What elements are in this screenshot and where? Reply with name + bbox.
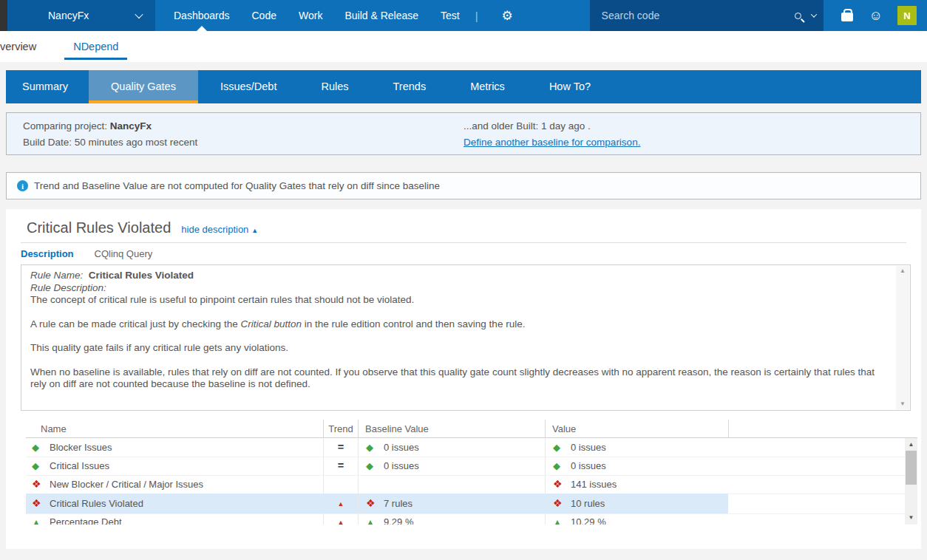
nav-item-build-release[interactable]: Build & Release [333, 0, 429, 31]
top-nav-items: Dashboards Code Work Build & Release Tes… [163, 0, 471, 31]
scroll-up-icon[interactable]: ▲ [900, 268, 906, 274]
info-message-bar: i Trend and Baseline Value are not compu… [6, 172, 921, 199]
text-segment: in the rule edition control and then sav… [302, 318, 525, 329]
tab-how-to[interactable]: How To? [527, 70, 613, 103]
tab-issues-debt[interactable]: Issues/Debt [198, 70, 299, 103]
collapse-triangle-icon: ▲ [251, 227, 258, 234]
nav-item-test[interactable]: Test [429, 0, 471, 31]
gate-value: 10 rules [571, 494, 605, 513]
column-header-trend: Trend [323, 420, 358, 438]
trend-icon [338, 516, 344, 525]
info-icon: i [17, 180, 28, 191]
search-input[interactable] [602, 10, 795, 21]
tab-trends[interactable]: Trends [371, 70, 449, 103]
gate-title-row: Critical Rules Violated hide description… [6, 209, 921, 236]
gate-status-icon [32, 438, 50, 457]
tab-label: Issues/Debt [220, 81, 277, 92]
nav-item-label: Build & Release [344, 10, 418, 21]
older-build-line: ...and older Built: 1 day ago . [464, 120, 640, 132]
table-row[interactable]: Percentage Debt 9.29 % 10.29 % [26, 512, 917, 525]
search-box[interactable] [590, 0, 824, 31]
nav-item-label: Test [441, 10, 460, 21]
project-name: NancyFx [48, 10, 136, 21]
tab-cqlinq-query[interactable]: CQlinq Query [95, 248, 153, 259]
trend-icon [338, 442, 344, 453]
corner-strip [0, 0, 7, 31]
tab-label: Metrics [470, 81, 505, 92]
scroll-down-icon[interactable]: ▼ [905, 515, 917, 521]
tab-label: Quality Gates [111, 81, 176, 92]
search-icon[interactable] [795, 13, 801, 19]
baseline-value: 7 rules [384, 494, 412, 513]
baseline-comparison-box: Comparing project: NancyFx Build Date: 5… [6, 112, 921, 155]
project-selector[interactable]: NancyFx [7, 0, 155, 31]
baseline-status-icon [366, 438, 384, 457]
gate-status-icon [32, 494, 50, 513]
tab-metrics[interactable]: Metrics [448, 70, 527, 103]
gate-value: 0 issues [571, 438, 606, 457]
rule-name-value: Critical Rules Violated [89, 270, 194, 281]
baseline-value: 9.29 % [384, 513, 413, 525]
nav-item-label: Work [299, 10, 322, 21]
gate-value: 0 issues [571, 457, 606, 475]
gate-name: Blocker Issues [50, 438, 112, 457]
gate-title: Critical Rules Violated [27, 219, 171, 236]
gate-name: Critical Issues [50, 457, 109, 475]
tab-label: How To? [549, 81, 591, 92]
table-row[interactable]: New Blocker / Critical / Major Issues 14… [26, 475, 917, 494]
table-scrollbar[interactable]: ▲ ▼ [905, 438, 917, 525]
description-box: Rule Name: Critical Rules Violated Rule … [21, 264, 911, 411]
gate-value: 141 issues [571, 475, 617, 494]
marketplace-bag-icon[interactable] [841, 13, 853, 21]
tab-label: Rules [321, 81, 348, 92]
table-row-selected[interactable]: Critical Rules Violated 7 rules 10 rules [26, 494, 917, 512]
search-scope-chevron-icon[interactable] [810, 11, 816, 17]
nav-item-code[interactable]: Code [241, 0, 288, 31]
feedback-smiley-icon[interactable]: ☺ [869, 9, 883, 22]
chevron-down-icon [135, 10, 143, 18]
rule-name-line: Rule Name: Critical Rules Violated [30, 270, 883, 282]
table-body: Blocker Issues 0 issues 0 issues Critica… [26, 438, 917, 525]
comparing-label: Comparing project: [23, 120, 107, 132]
gear-icon[interactable]: ⚙ [502, 8, 513, 24]
baseline-value: 0 issues [384, 438, 419, 457]
hide-description-link[interactable]: hide description▲ [181, 224, 258, 235]
spacer [0, 62, 927, 70]
scrollbar-thumb[interactable] [906, 451, 917, 485]
header-filler [728, 420, 905, 438]
active-tab-notch [197, 26, 207, 31]
quality-gates-table: Name Trend Baseline Value Value Blocker … [26, 420, 917, 525]
table-header: Name Trend Baseline Value Value [26, 420, 917, 438]
gate-name: New Blocker / Critical / Major Issues [50, 475, 203, 494]
tab-summary[interactable]: Summary [6, 70, 89, 103]
description-scrollbar[interactable]: ▲ ▼ [896, 266, 909, 409]
gate-name: Percentage Debt [50, 513, 122, 525]
avatar[interactable]: N [897, 6, 917, 25]
table-row[interactable]: Critical Issues 0 issues 0 issues [26, 457, 917, 475]
value-status-icon [553, 494, 571, 513]
scroll-up-icon[interactable]: ▲ [905, 442, 917, 448]
gate-status-icon [32, 513, 50, 525]
info-message: Trend and Baseline Value are not compute… [34, 180, 440, 191]
tab-rules[interactable]: Rules [299, 70, 370, 103]
table-row[interactable]: Blocker Issues 0 issues 0 issues [26, 438, 917, 457]
tab-description[interactable]: Description [21, 248, 74, 259]
gate-status-icon [32, 475, 50, 494]
nav-item-dashboards[interactable]: Dashboards [163, 0, 241, 31]
description-paragraph: This quality gate fails if any critical … [30, 342, 883, 355]
header-scrollbar-gap [905, 420, 917, 438]
column-header-baseline: Baseline Value [358, 420, 545, 438]
nav-item-work[interactable]: Work [288, 0, 333, 31]
quality-gate-card: Critical Rules Violated hide description… [6, 209, 921, 549]
tab-ndepend[interactable]: NDepend [64, 31, 127, 62]
define-baseline-link[interactable]: Define another baseline for comparison. [464, 137, 640, 148]
baseline-status-icon [366, 457, 384, 475]
comparing-project-line: Comparing project: NancyFx [23, 120, 464, 132]
column-header-name: Name [26, 420, 323, 438]
tab-overview[interactable]: verview [0, 31, 44, 62]
description-paragraph: The concept of critical rule is useful t… [30, 294, 883, 307]
tab-quality-gates[interactable]: Quality Gates [89, 70, 198, 103]
gate-status-icon [32, 457, 50, 475]
scroll-down-icon[interactable]: ▼ [900, 401, 906, 407]
rule-description-label-line: Rule Description: [30, 282, 883, 295]
